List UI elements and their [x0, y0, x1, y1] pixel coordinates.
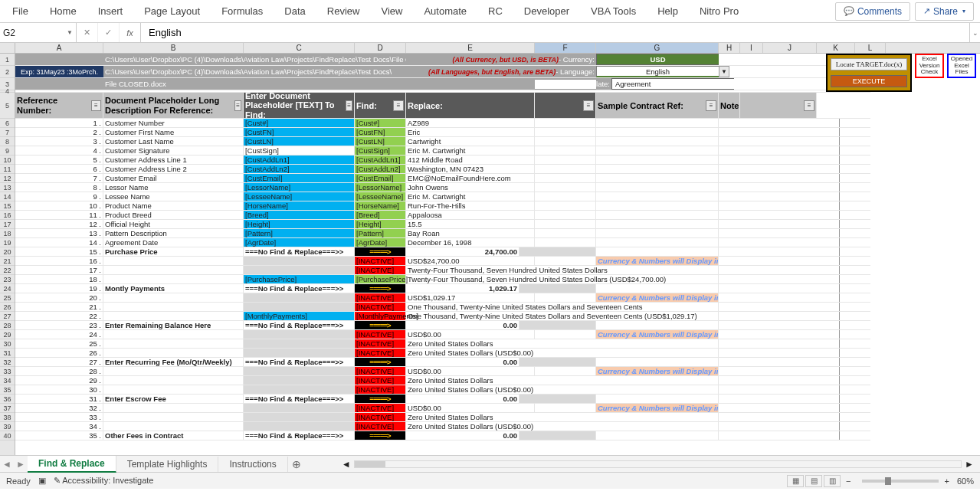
- row-header[interactable]: 7: [0, 128, 15, 137]
- row-header[interactable]: 17: [0, 220, 15, 229]
- table-row[interactable]: 13 . Pattern Description [Pattern] [Patt…: [15, 229, 870, 238]
- table-row[interactable]: 32 . [INACTIVE] USD$0.00 Currency & Numb…: [15, 404, 870, 413]
- row-header[interactable]: 2: [0, 66, 15, 78]
- expand-formula-icon[interactable]: ⌄: [969, 23, 980, 42]
- row-header[interactable]: 10: [0, 156, 15, 165]
- confirm-icon[interactable]: ✓: [98, 23, 120, 42]
- accessibility-status[interactable]: ✎ Accessibility: Investigate: [54, 476, 154, 486]
- table-row[interactable]: 23 . Enter Remaining Balance Here ===No …: [15, 321, 870, 330]
- chevron-down-icon[interactable]: ▼: [67, 29, 73, 36]
- locate-target-button[interactable]: Locate TARGET.doc(x): [831, 58, 907, 70]
- row-header[interactable]: 39: [0, 422, 15, 431]
- currency-value[interactable]: USD: [596, 54, 719, 65]
- ribbon-pagelayout[interactable]: Page Layout: [133, 1, 211, 21]
- tab-instructions[interactable]: Instructions: [218, 457, 287, 472]
- ribbon-help[interactable]: Help: [647, 1, 689, 21]
- filter-icon[interactable]: ≡: [583, 100, 594, 111]
- col-header-j[interactable]: J: [763, 43, 817, 53]
- table-row[interactable]: 3 . Customer Last Name [CustLN] [CustLN]…: [15, 137, 870, 146]
- row-header[interactable]: 40: [0, 431, 15, 440]
- row-header[interactable]: 18: [0, 229, 15, 238]
- ribbon-review[interactable]: Review: [316, 1, 371, 21]
- filter-icon[interactable]: ≡: [804, 100, 814, 111]
- table-row[interactable]: 12 . Official Height [Height] [Height] 1…: [15, 220, 870, 229]
- scroll-left-icon[interactable]: ◄: [342, 459, 351, 470]
- table-row[interactable]: 18 . [PurchasePrice] [PurchasePrice] Twe…: [15, 275, 870, 284]
- ribbon-file[interactable]: File: [2, 1, 39, 21]
- hdr-reference[interactable]: Reference Number:≡: [15, 93, 103, 118]
- exp-cell[interactable]: Exp: 31May23 :3MoPrch.: [15, 66, 103, 77]
- table-row[interactable]: 35 . Other Fees in Contract ===No Find &…: [15, 431, 870, 440]
- ribbon-developer[interactable]: Developer: [513, 1, 580, 21]
- ribbon-data[interactable]: Data: [274, 1, 316, 21]
- col-header-e[interactable]: E: [406, 43, 535, 53]
- tab-find-replace[interactable]: Find & Replace: [28, 456, 116, 473]
- hdr-notes[interactable]: Notes:: [719, 93, 740, 118]
- row-header[interactable]: 26: [0, 303, 15, 312]
- row-header[interactable]: 19: [0, 238, 15, 247]
- row-header[interactable]: 12: [0, 174, 15, 183]
- table-row[interactable]: 5 . Customer Address Line 1 [CustAddLn1]…: [15, 156, 870, 165]
- col-header-k[interactable]: K: [817, 43, 855, 53]
- row-header[interactable]: 14: [0, 192, 15, 201]
- table-row[interactable]: 11 . Product Breed [Breed] [Breed] Appal…: [15, 211, 870, 220]
- view-normal-icon[interactable]: ▦: [787, 475, 804, 487]
- row-header[interactable]: 23: [0, 275, 15, 284]
- sheet-area[interactable]: C:\Users\User\Dropbox\PC (4)\Downloads\A…: [15, 54, 980, 455]
- table-row[interactable]: 20 . [INACTIVE] USD$1,029.17 Currency & …: [15, 293, 870, 303]
- col-header-d[interactable]: D: [355, 43, 406, 53]
- fx-icon[interactable]: fx: [120, 23, 141, 42]
- table-row[interactable]: 8 . Lessor Name [LessorName] [LessorName…: [15, 183, 870, 192]
- table-row[interactable]: 26 . [INACTIVE] Zero United States Dolla…: [15, 349, 870, 358]
- col-header-c[interactable]: C: [244, 43, 355, 53]
- col-header-g[interactable]: G: [596, 43, 719, 53]
- formula-input[interactable]: [141, 23, 969, 42]
- table-row[interactable]: 31 . Enter Escrow Fee ===No Find & Repla…: [15, 395, 870, 404]
- table-row[interactable]: 10 . Product Name [HorseName] [HorseName…: [15, 201, 870, 211]
- row-header[interactable]: 27: [0, 312, 15, 321]
- scroll-thumb[interactable]: [355, 461, 385, 467]
- col-header-i[interactable]: I: [740, 43, 763, 53]
- cancel-icon[interactable]: ✕: [77, 23, 98, 42]
- opened-excel-files-button[interactable]: Opened Excel Files: [947, 54, 976, 78]
- tab-next-icon[interactable]: ►: [14, 459, 28, 470]
- table-row[interactable]: 16 . [INACTIVE] USD$24,700.00 Currency &…: [15, 257, 870, 266]
- view-pagelayout-icon[interactable]: ▤: [805, 475, 822, 487]
- table-row[interactable]: 19 . Montly Payments ===No Find & Replac…: [15, 284, 870, 293]
- row-header[interactable]: 20: [0, 247, 15, 257]
- table-row[interactable]: 27 . Enter Recurring Fee (Mo/Qtr/Weekly)…: [15, 358, 870, 367]
- row-header[interactable]: 6: [0, 119, 15, 128]
- row-header[interactable]: 31: [0, 349, 15, 358]
- ribbon-view[interactable]: View: [370, 1, 413, 21]
- view-pagebreak-icon[interactable]: ▥: [824, 475, 841, 487]
- tab-prev-icon[interactable]: ◄: [0, 459, 14, 470]
- zoom-level[interactable]: 60%: [957, 476, 974, 486]
- col-header-h[interactable]: H: [719, 43, 740, 53]
- row-header[interactable]: 5: [0, 93, 15, 119]
- table-row[interactable]: 1 . Customer Number [Cust#] [Cust#] AZ98…: [15, 119, 870, 128]
- row-header[interactable]: 25: [0, 293, 15, 303]
- col-header-a[interactable]: A: [15, 43, 103, 53]
- row-header[interactable]: 28: [0, 321, 15, 330]
- ribbon-automate[interactable]: Automate: [413, 1, 477, 21]
- row-header[interactable]: 38: [0, 413, 15, 422]
- table-row[interactable]: 6 . Customer Address Line 2 [CustAddLn2]…: [15, 165, 870, 174]
- row-header[interactable]: 11: [0, 165, 15, 174]
- ribbon-nitro[interactable]: Nitro Pro: [689, 1, 749, 21]
- macro-icon[interactable]: ▣: [38, 476, 46, 486]
- table-row[interactable]: 30 . [INACTIVE] Zero United States Dolla…: [15, 385, 870, 395]
- table-row[interactable]: 15 . Purchase Price ===No Find & Replace…: [15, 247, 870, 257]
- row-header[interactable]: 21: [0, 257, 15, 266]
- row-header[interactable]: 34: [0, 376, 15, 385]
- select-all-corner[interactable]: [0, 43, 15, 53]
- table-row[interactable]: 33 . [INACTIVE] Zero United States Dolla…: [15, 413, 870, 422]
- table-row[interactable]: 4 . Customer Signature [CustSign] [CustS…: [15, 146, 870, 156]
- row-header[interactable]: 36: [0, 395, 15, 404]
- hdr-description[interactable]: Document Placeholder Long Description Fo…: [103, 93, 244, 118]
- share-button[interactable]: ↗Share▾: [915, 2, 974, 21]
- row-header[interactable]: 32: [0, 358, 15, 367]
- col-header-b[interactable]: B: [103, 43, 244, 53]
- zoom-slider[interactable]: [862, 480, 939, 483]
- execute-button[interactable]: EXECUTE: [831, 75, 907, 87]
- row-header[interactable]: 35: [0, 385, 15, 395]
